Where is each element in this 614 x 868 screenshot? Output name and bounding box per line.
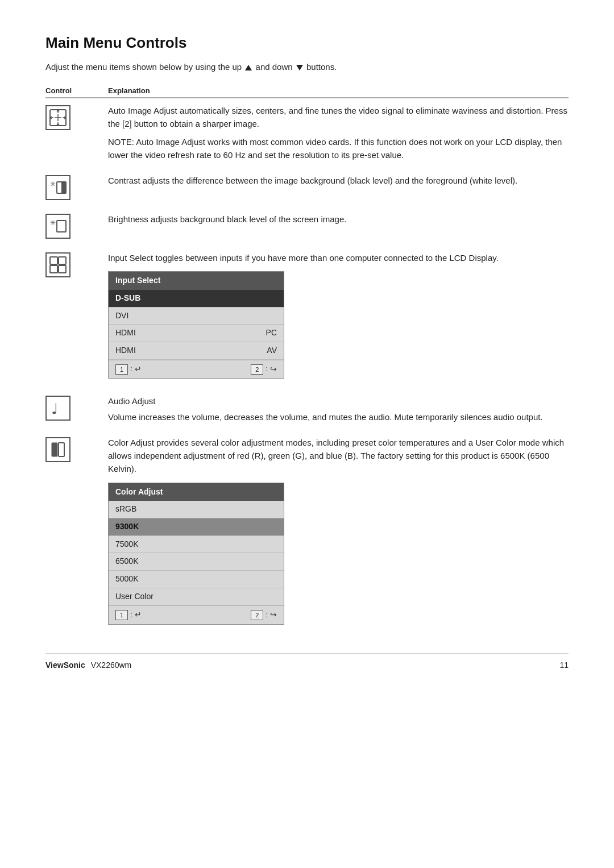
color-footer-arrow-1: ↵ xyxy=(135,609,142,621)
input-footer-1: 1 : ↵ xyxy=(115,363,142,376)
contrast-svg: ✳ xyxy=(49,178,67,197)
input-footer-arrow-2: ↪ xyxy=(270,363,277,376)
color-adjust-icon-cell xyxy=(45,436,108,462)
input-footer-arrow-1: ↵ xyxy=(135,363,142,376)
hdmi-av-left: HDMI xyxy=(115,344,136,357)
color-footer-arrow-2: ↪ xyxy=(270,609,277,621)
auto-image-explanation: Auto Image Adjust automatically sizes, c… xyxy=(108,104,569,161)
color-item-5000k: 5000K xyxy=(109,571,284,588)
svg-rect-14 xyxy=(50,265,57,273)
svg-rect-18 xyxy=(59,443,64,456)
svg-text:✳: ✳ xyxy=(50,219,56,227)
input-nav-key-1: 1 xyxy=(115,364,128,375)
header-explanation: Explanation xyxy=(108,86,569,95)
color-menu-footer: 1 : ↵ 2 : ↪ xyxy=(109,605,284,624)
audio-explanation: Audio Adjust Volume increases the volume… xyxy=(108,394,569,423)
footer-brand: ViewSonic xyxy=(45,661,85,670)
svg-text:♩: ♩ xyxy=(51,401,58,417)
intro-text-before: Adjust the menu items shown below by usi… xyxy=(45,62,244,72)
input-select-menu: Input Select D-SUB DVI HDMI PC HDMI AV 1… xyxy=(108,271,284,379)
controls-table: Control Explanation xyxy=(45,86,569,625)
color-adjust-menu: Color Adjust sRGB 9300K 7500K 6500K 5000… xyxy=(108,483,284,625)
svg-rect-12 xyxy=(50,257,57,264)
brightness-icon-cell: ✳ xyxy=(45,213,108,239)
svg-rect-9 xyxy=(61,182,66,193)
color-nav-key-1: 1 xyxy=(115,610,128,620)
input-select-explanation: Input Select toggles between inputs if y… xyxy=(108,251,569,382)
auto-image-svg xyxy=(49,109,67,127)
footer-model: VX2260wm xyxy=(91,661,132,670)
color-footer-colon-2: : xyxy=(265,609,268,621)
footer-page-number: 11 xyxy=(559,661,569,670)
svg-rect-17 xyxy=(52,443,57,456)
input-footer-colon-2: : xyxy=(265,363,268,375)
color-adjust-explanation: Color Adjust provides several color adju… xyxy=(108,436,569,625)
row-auto-image: Auto Image Adjust automatically sizes, c… xyxy=(45,104,569,161)
input-menu-item-dsub: D-SUB xyxy=(109,290,284,308)
audio-svg: ♩ xyxy=(49,399,67,417)
row-input-select: Input Select toggles between inputs if y… xyxy=(45,251,569,382)
input-menu-item-hdmi-pc: HDMI PC xyxy=(109,325,284,342)
header-control: Control xyxy=(45,86,108,95)
audio-para-2: Volume increases the volume, decreases t… xyxy=(108,410,569,423)
row-audio: ♩ Audio Adjust Volume increases the volu… xyxy=(45,394,569,423)
contrast-para: Contrast adjusts the difference between … xyxy=(108,174,569,187)
color-nav-key-2: 2 xyxy=(251,610,263,620)
color-footer-colon-1: : xyxy=(130,609,132,621)
auto-image-icon-cell xyxy=(45,104,108,130)
input-select-icon xyxy=(45,252,70,277)
color-adjust-svg xyxy=(49,441,67,459)
audio-para-1: Audio Adjust xyxy=(108,394,569,408)
input-select-svg xyxy=(49,256,67,274)
color-menu-title: Color Adjust xyxy=(109,483,284,501)
input-menu-item-hdmi-av: HDMI AV xyxy=(109,342,284,360)
color-item-7500k: 7500K xyxy=(109,536,284,554)
contrast-explanation: Contrast adjusts the difference between … xyxy=(108,174,569,187)
audio-icon: ♩ xyxy=(45,396,70,421)
color-adjust-para: Color Adjust provides several color adju… xyxy=(108,436,569,476)
input-select-icon-cell xyxy=(45,251,108,277)
table-header: Control Explanation xyxy=(45,86,569,98)
brightness-svg: ✳ xyxy=(49,217,67,235)
svg-rect-11 xyxy=(57,221,66,232)
auto-image-para-2: NOTE: Auto Image Adjust works with most … xyxy=(108,135,569,162)
brightness-icon: ✳ xyxy=(45,214,70,239)
row-brightness: ✳ Brightness adjusts background black le… xyxy=(45,213,569,239)
hdmi-pc-right: PC xyxy=(266,327,277,339)
auto-image-icon xyxy=(45,105,70,130)
svg-rect-15 xyxy=(59,265,66,273)
intro-text-mid: and down xyxy=(256,62,295,72)
input-footer-colon-1: : xyxy=(130,363,132,375)
hdmi-pc-left: HDMI xyxy=(115,327,136,339)
brightness-explanation: Brightness adjusts background black leve… xyxy=(108,213,569,226)
input-menu-title: Input Select xyxy=(109,272,284,290)
contrast-icon-cell: ✳ xyxy=(45,174,108,200)
intro-text-end: buttons. xyxy=(306,62,337,72)
row-contrast: ✳ Contrast adjusts the difference betwee… xyxy=(45,174,569,200)
color-adjust-icon xyxy=(45,437,70,462)
input-menu-item-dvi: DVI xyxy=(109,308,284,325)
page-footer: ViewSonic VX2260wm 11 xyxy=(45,653,569,670)
color-item-user-color: User Color xyxy=(109,588,284,606)
brightness-para: Brightness adjusts background black leve… xyxy=(108,213,569,226)
hdmi-av-right: AV xyxy=(267,344,277,357)
contrast-icon: ✳ xyxy=(45,175,70,200)
up-arrow-icon xyxy=(245,65,252,70)
input-menu-footer: 1 : ↵ 2 : ↪ xyxy=(109,360,284,379)
audio-icon-cell: ♩ xyxy=(45,394,108,421)
footer-brand-model: ViewSonic VX2260wm xyxy=(45,661,131,670)
down-arrow-icon xyxy=(296,65,303,70)
color-footer-2: 2 : ↪ xyxy=(251,609,277,621)
intro-paragraph: Adjust the menu items shown below by usi… xyxy=(45,62,569,72)
color-item-9300k: 9300K xyxy=(109,518,284,536)
auto-image-para-1: Auto Image Adjust automatically sizes, c… xyxy=(108,104,569,131)
page-title: Main Menu Controls xyxy=(45,34,569,52)
color-item-srgb: sRGB xyxy=(109,501,284,518)
svg-text:✳: ✳ xyxy=(50,180,56,188)
input-footer-2: 2 : ↪ xyxy=(251,363,277,376)
input-select-para: Input Select toggles between inputs if y… xyxy=(108,251,569,264)
row-color-adjust: Color Adjust provides several color adju… xyxy=(45,436,569,625)
color-footer-1: 1 : ↵ xyxy=(115,609,142,621)
color-item-6500k: 6500K xyxy=(109,553,284,571)
input-nav-key-2: 2 xyxy=(251,364,263,375)
